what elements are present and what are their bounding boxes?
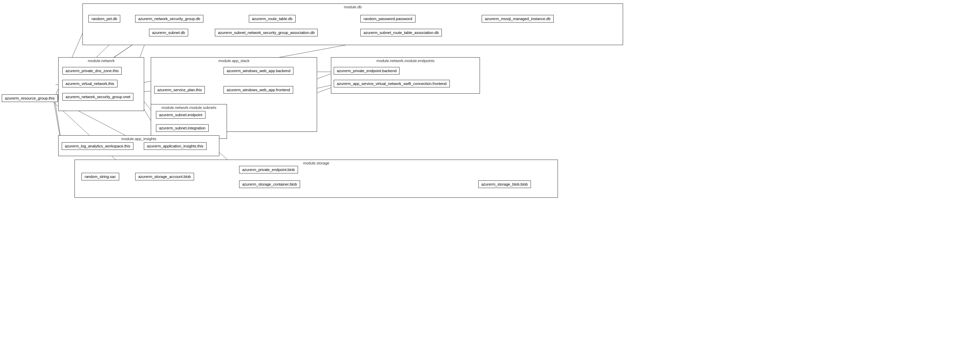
node-storage-container: azurerm_storage_container.blob (239, 180, 300, 188)
module-network-endpoints: module.network.module.endpoints (331, 57, 480, 94)
module-subnets: module.network.module.subnets (151, 104, 227, 139)
node-windows-backend: azurerm_windows_web_app.backend (224, 67, 294, 75)
node-random-string-sac: random_string.sac (81, 173, 119, 180)
node-nsg-vnet: azurerm_network_security_group.vnet (62, 93, 134, 101)
node-route-table-db: azurerm_route_table.db (249, 15, 296, 22)
node-random-pet-db: random_pet.db (88, 15, 120, 22)
module-app-insights-title: module.app_insights (59, 136, 219, 142)
module-db: module.db (83, 3, 623, 45)
node-subnet-endpoint: azurerm_subnet.endpoint (156, 111, 205, 119)
node-private-endpoint-blob: azurerm_private_endpoint.blob (239, 166, 298, 174)
node-subnet-integration: azurerm_subnet.integration (156, 124, 208, 132)
node-nsg-db: azurerm_network_security_group.db (135, 15, 204, 22)
node-mssql-managed: azurerm_mssql_managed_instance.db (482, 15, 554, 22)
module-app-stack-title: module.app_stack (151, 57, 317, 64)
node-random-password: random_password.password (360, 15, 415, 22)
node-app-insights-res: azurerm_application_insights.this (144, 142, 207, 150)
module-network-endpoints-title: module.network.module.endpoints (331, 57, 480, 64)
module-storage-title: module.storage (75, 160, 558, 166)
node-storage-account: azurerm_storage_account.blob (135, 173, 194, 180)
node-vnet: azurerm_virtual_network.this (62, 80, 118, 88)
node-app-service-vnet: azurerm_app_service_virtual_network_swif… (334, 80, 450, 88)
node-subnet-db: azurerm_subnet.db (149, 29, 188, 37)
diagram-container: module.db module.network module.app_stac… (0, 0, 980, 340)
module-network-title: module.network (59, 57, 144, 64)
node-private-dns: azurerm_private_dns_zone.this (62, 67, 122, 75)
node-resource-group: azurerm_resource_group.this (2, 94, 58, 102)
module-subnets-title: module.network.module.subnets (151, 104, 227, 111)
node-service-plan: azurerm_service_plan.this (154, 86, 205, 94)
node-windows-frontend: azurerm_windows_web_app.frontend (224, 86, 293, 94)
node-private-endpoint-backend: azurerm_private_endpoint.backend (334, 67, 399, 75)
node-subnet-nsg-assoc-db: azurerm_subnet_network_security_group_as… (215, 29, 318, 37)
node-log-analytics: azurerm_log_analytics_workspace.this (62, 142, 134, 150)
node-subnet-route-assoc-db: azurerm_subnet_route_table_association.d… (360, 29, 442, 37)
node-storage-blob: azurerm_storage_blob.blob (478, 180, 531, 188)
module-db-title: module.db (83, 4, 623, 10)
